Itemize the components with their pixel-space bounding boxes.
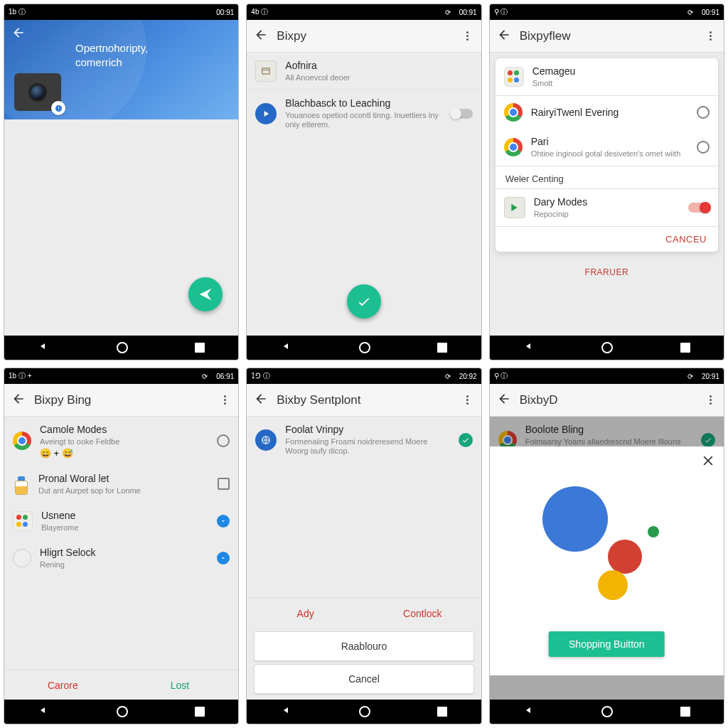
row-subtitle: Rening [40, 560, 208, 569]
nav-recent[interactable] [680, 343, 690, 353]
content: Cemageu Smott RairyiTwenl Evering Pari O… [490, 53, 724, 336]
content: Camole Modes Aveingt to ooke Feldbe 😄 + … [4, 417, 238, 700]
nav-recent[interactable] [680, 707, 690, 717]
refresh-icon: ⟳ [202, 373, 208, 380]
fab-confirm-button[interactable] [347, 284, 381, 318]
chrome-icon [504, 103, 523, 122]
nav-home[interactable] [117, 342, 128, 353]
fab-send-button[interactable] [188, 277, 223, 311]
row-rairy[interactable]: RairyiTwenl Evering [496, 96, 718, 129]
radio-button[interactable] [697, 106, 710, 119]
cancel-option[interactable]: Cancel [254, 664, 473, 694]
close-button[interactable] [701, 454, 715, 468]
nav-recent[interactable] [437, 343, 447, 353]
status-time: 20:92 [459, 373, 477, 380]
nav-back[interactable] [523, 705, 535, 719]
play-icon [255, 103, 277, 124]
ady-button[interactable]: Ady [247, 598, 364, 628]
status-bar: 1b ⓘ 00:91 [4, 4, 238, 20]
row-hligrt[interactable]: Hligrt Selock Rening [4, 540, 238, 577]
nav-back[interactable] [523, 341, 535, 355]
nav-home[interactable] [359, 342, 370, 353]
cancel-button[interactable]: CANCEU [496, 227, 718, 252]
row-pronal[interactable]: Pronal Woral let Dut ant Aurpet sop for … [4, 466, 238, 503]
nav-back[interactable] [281, 705, 292, 719]
row-title: Aofnira [285, 60, 472, 72]
content: Foolat Vrinpy Formenaiing Froami noidrer… [247, 417, 481, 700]
row-usnene[interactable]: Usnene Blayerome [4, 503, 238, 540]
back-button[interactable] [11, 392, 26, 409]
nav-bar [4, 700, 238, 724]
toggle-switch[interactable] [451, 109, 473, 119]
assistant-sheet: Shopping Buitton [490, 446, 724, 675]
bottle-icon [13, 473, 30, 495]
nav-home[interactable] [601, 706, 613, 717]
back-button[interactable] [11, 26, 26, 43]
status-time: 20:91 [702, 373, 719, 380]
fraruer-link[interactable]: FRARUER [490, 257, 724, 287]
toggle-switch[interactable] [688, 203, 710, 213]
status-left: 1b ⓘ [9, 7, 26, 17]
page-title: Bixpy [277, 29, 452, 43]
nav-back[interactable] [38, 341, 49, 355]
row-foolat[interactable]: Foolat Vrinpy Formenaiing Froami noidrer… [247, 417, 481, 463]
radio-button[interactable] [217, 434, 230, 447]
back-button[interactable] [497, 28, 511, 45]
row-subtitle: All Anoevcol deoer [285, 73, 472, 82]
row-aofnira[interactable]: Aofnira All Anoevcol deoer [247, 53, 481, 90]
chevron-toggle[interactable] [217, 552, 230, 564]
nav-back[interactable] [38, 705, 49, 719]
emoji-row: 😄 + 😅 [40, 448, 208, 459]
page-title: Bixpyflew [520, 29, 695, 43]
status-time: 06:91 [216, 373, 234, 380]
overflow-menu[interactable] [704, 394, 717, 407]
camera-app-icon[interactable] [14, 73, 61, 111]
hero-line-1: Opertnohoripty, [75, 41, 148, 55]
nav-home[interactable] [359, 706, 370, 717]
refresh-icon: ⟳ [687, 9, 693, 16]
lost-button[interactable]: Lost [122, 670, 239, 700]
overflow-menu[interactable] [704, 30, 717, 43]
nav-bar [247, 700, 481, 724]
nav-bar [247, 336, 481, 360]
row-cemageu[interactable]: Cemageu Smott [496, 58, 718, 95]
checkbox[interactable] [218, 478, 230, 490]
overflow-menu[interactable] [218, 394, 231, 407]
shopping-button[interactable]: Shopping Buitton [549, 631, 665, 657]
bottom-actions: Carore Lost [4, 670, 238, 700]
row-subtitle: Aveingt to ooke Feldbe [40, 437, 208, 446]
nav-bar [4, 336, 238, 360]
screen-6: ⚲ ⓘ ⟳ 20:91 BixbyD Boolote Bling Foimaar… [489, 368, 724, 724]
assistant-logo-icon [521, 486, 663, 600]
page-title: BixbyD [520, 393, 695, 407]
chevron-toggle[interactable] [217, 515, 230, 528]
row-dary-modes[interactable]: Dary Modes Repocinip [496, 189, 718, 226]
status-time: 00:91 [459, 9, 477, 16]
row-blachbasck[interactable]: Blachbasck to Leaching Youanoes opetiod … [247, 90, 481, 136]
nav-home[interactable] [601, 342, 613, 353]
back-button[interactable] [497, 392, 511, 409]
nav-back[interactable] [281, 341, 292, 355]
carore-button[interactable]: Carore [4, 670, 122, 700]
row-subtitle: Blayerome [41, 523, 208, 532]
radio-button[interactable] [697, 141, 710, 154]
contlock-button[interactable]: Contlock [364, 598, 481, 628]
nav-home[interactable] [117, 706, 128, 717]
status-time: 00:91 [702, 9, 719, 16]
back-button[interactable] [254, 28, 268, 45]
raablouro-option[interactable]: Raablouro [254, 631, 473, 661]
overflow-menu[interactable] [461, 30, 474, 43]
nav-recent[interactable] [195, 707, 205, 717]
row-pari[interactable]: Pari Ohtine inginool gotal desiveten's o… [496, 129, 718, 166]
nav-recent[interactable] [195, 343, 205, 353]
nav-recent[interactable] [437, 707, 447, 717]
svg-rect-0 [262, 68, 270, 74]
status-bar: 1b ⓘ + ⟳ 06:91 [4, 368, 238, 384]
row-title: Cemageu [532, 65, 710, 77]
content: Boolote Bling Foimaarsy Yoami allaedresc… [490, 417, 724, 700]
hero-line-2: comerrich [75, 55, 148, 70]
row-camole-modes[interactable]: Camole Modes Aveingt to ooke Feldbe 😄 + … [4, 417, 238, 466]
back-button[interactable] [254, 392, 268, 409]
overflow-menu[interactable] [461, 394, 474, 407]
check-icon [459, 433, 473, 447]
